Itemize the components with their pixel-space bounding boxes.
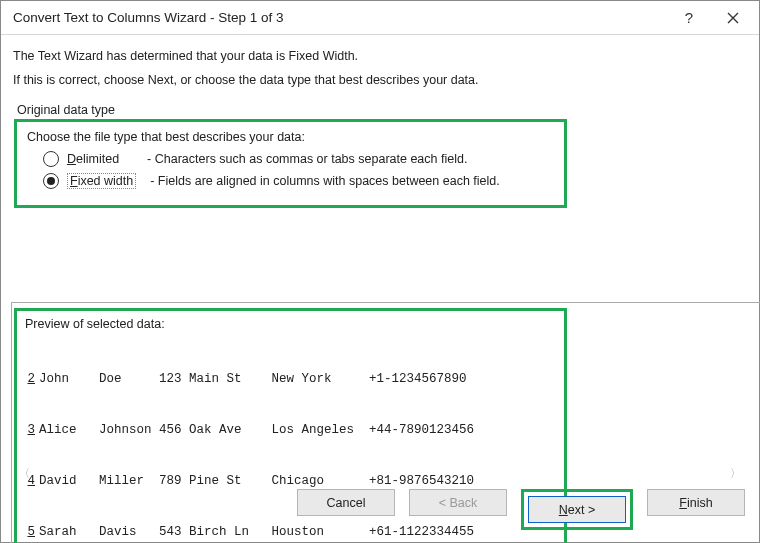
row-text: Alice Johnson 456 Oak Ave Los Angeles +4… [39,422,474,439]
line-number: 3 [25,422,35,439]
radio-delimited-row[interactable]: Delimited - Characters such as commas or… [43,151,554,167]
button-bar: Cancel < Back Next > Finish [297,489,745,530]
radio-fixedwidth[interactable] [43,173,59,189]
choose-file-type-label: Choose the file type that best describes… [27,130,554,144]
dialog-title: Convert Text to Columns Wizard - Step 1 … [13,10,667,25]
close-icon [727,12,739,24]
fieldset-legend: Original data type [17,103,747,117]
row-text: John Doe 123 Main St New York +1-1234567… [39,371,467,388]
line-number: 2 [25,371,35,388]
titlebar: Convert Text to Columns Wizard - Step 1 … [1,1,759,35]
radio-delimited[interactable] [43,151,59,167]
finish-button[interactable]: Finish [647,489,745,516]
file-type-group: Choose the file type that best describes… [14,119,567,208]
table-row: 4David Miller 789 Pine St Chicago +81-98… [25,473,556,490]
table-row: 3Alice Johnson 456 Oak Ave Los Angeles +… [25,422,556,439]
line-number: 4 [25,473,35,490]
intro-line-1: The Text Wizard has determined that your… [13,49,747,63]
radio-fixedwidth-row[interactable]: Fixed width - Fields are aligned in colu… [43,173,554,189]
back-button[interactable]: < Back [409,489,507,516]
dialog-body: The Text Wizard has determined that your… [1,35,759,543]
line-number: 5 [25,524,35,541]
radio-fixedwidth-label: Fixed width [67,173,136,189]
preview-label: Preview of selected data: [21,317,169,331]
next-button-highlight: Next > [521,489,633,530]
radio-delimited-desc: - Characters such as commas or tabs sepa… [147,152,467,166]
intro-line-2: If this is correct, choose Next, or choo… [13,73,747,87]
help-button[interactable]: ? [667,3,711,33]
radio-delimited-label: Delimited [67,152,119,166]
row-text: David Miller 789 Pine St Chicago +81-987… [39,473,474,490]
dialog-window: Convert Text to Columns Wizard - Step 1 … [0,0,760,543]
table-row: 2John Doe 123 Main St New York +1-123456… [25,371,556,388]
next-button[interactable]: Next > [528,496,626,523]
close-button[interactable] [711,3,755,33]
cancel-button[interactable]: Cancel [297,489,395,516]
radio-fixedwidth-desc: - Fields are aligned in columns with spa… [150,174,500,188]
